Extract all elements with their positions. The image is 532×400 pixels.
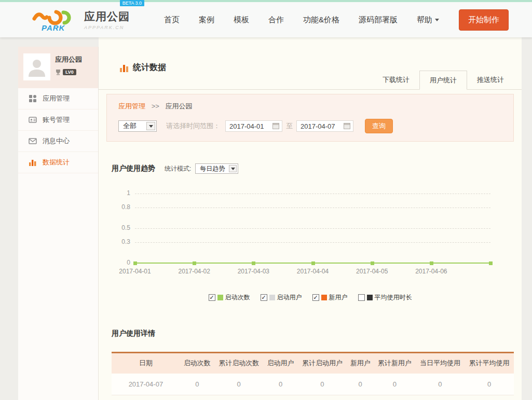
- table-cell: 0: [374, 374, 415, 395]
- table-cell: 0: [465, 374, 514, 395]
- data-point[interactable]: [133, 261, 137, 265]
- start-create-button[interactable]: 开始制作: [459, 9, 509, 31]
- checkbox-checked[interactable]: ✓: [209, 294, 215, 301]
- to-label: 至: [286, 121, 293, 131]
- nav-cases[interactable]: 案例: [199, 15, 214, 25]
- sidebar-item-label: 账号管理: [43, 115, 70, 125]
- trend-title: 用户使用趋势: [112, 164, 155, 173]
- calendar-icon[interactable]: [272, 123, 279, 129]
- x-axis-tick-label: 2017-04-01: [119, 268, 151, 275]
- sidebar: 应用公园 LV0 应用管理: [18, 47, 99, 400]
- x-axis-tick-label: 2017-04-03: [238, 268, 269, 275]
- legend-color-chip: [321, 295, 327, 300]
- detail-header: 用户使用详情: [112, 329, 514, 338]
- caret-down-icon: [435, 19, 439, 21]
- y-axis-tick-label: 0: [112, 259, 130, 266]
- query-button[interactable]: 查询: [365, 119, 393, 133]
- sidebar-item-data-statistics[interactable]: 数据统计: [18, 152, 98, 173]
- tab-push-stats[interactable]: 推送统计: [467, 71, 514, 90]
- nav-features-price[interactable]: 功能&价格: [303, 15, 339, 25]
- table-header-cell: 启动次数: [180, 353, 214, 374]
- svg-text:PARK: PARK: [42, 23, 65, 32]
- chevron-down-icon: [231, 168, 235, 170]
- logo-text: 应用公园 APPPARK.CN BETA 3.0: [84, 9, 130, 30]
- breadcrumb-app-management[interactable]: 应用管理: [118, 102, 145, 110]
- table-row: 2017-04-0700000000: [112, 374, 514, 395]
- checkbox-checked[interactable]: ✓: [312, 294, 319, 301]
- statistics-icon: [119, 63, 129, 73]
- x-axis-tick-label: 2017-04-05: [356, 268, 388, 275]
- gridline: [135, 242, 490, 243]
- detail-title: 用户使用详情: [112, 329, 155, 337]
- checkbox-checked[interactable]: ✓: [261, 294, 267, 301]
- date-to-value: 2017-04-07: [301, 122, 335, 130]
- beta-badge: BETA 3.0: [120, 0, 144, 6]
- legend-item[interactable]: 平均使用时长: [358, 293, 412, 302]
- sidebar-item-label: 消息中心: [43, 136, 70, 146]
- gridline: [135, 194, 490, 194]
- mode-select-value: 每日趋势: [196, 164, 229, 173]
- mode-label: 统计模式:: [165, 164, 191, 173]
- top-header: PARK 应用公园 APPPARK.CN BETA 3.0 首页 案例 模板 合…: [0, 0, 532, 37]
- nav-home[interactable]: 首页: [164, 15, 180, 25]
- nav-source-deploy[interactable]: 源码部署版: [359, 15, 398, 25]
- date-from-input[interactable]: 2017-04-01: [225, 120, 282, 132]
- checkbox-unchecked[interactable]: [358, 294, 365, 301]
- main-nav: 首页 案例 模板 合作 功能&价格 源码部署版 帮助: [164, 15, 439, 25]
- nav-cooperation[interactable]: 合作: [268, 15, 284, 25]
- app-select[interactable]: 全部: [118, 120, 157, 132]
- data-point[interactable]: [252, 261, 255, 265]
- logo-title: 应用公园: [84, 9, 130, 24]
- breadcrumb: 应用管理 >> 应用公园: [118, 102, 502, 111]
- tab-user-stats[interactable]: 用户统计: [419, 71, 467, 90]
- legend-color-chip: [269, 295, 275, 300]
- table-header-cell: 累计平均使用: [465, 353, 514, 374]
- table-cell: 0: [180, 374, 214, 395]
- trophy-icon: [55, 69, 61, 75]
- gridline: [135, 208, 490, 208]
- table-header-cell: 累计新用户: [374, 353, 415, 374]
- data-point[interactable]: [193, 261, 196, 265]
- trend-chart: 2017-04-012017-04-022017-04-032017-04-04…: [112, 190, 514, 280]
- bar-chart-icon: [29, 158, 37, 167]
- data-point[interactable]: [430, 261, 433, 265]
- mode-select[interactable]: 每日趋势: [195, 163, 238, 174]
- filter-row: 全部 请选择时间范围： 2017-04-01 至 2017-04-07 查询: [118, 119, 502, 133]
- y-axis-tick-label: 0.3: [112, 238, 130, 245]
- legend-label: 启动用户: [277, 293, 302, 302]
- y-axis-tick-label: 0.5: [112, 224, 130, 231]
- data-point[interactable]: [311, 261, 315, 265]
- usage-table: 日期启动次数累计启动次数启动用户累计启动用户新用户累计新用户当日平均使用累计平均…: [112, 352, 514, 395]
- usage-table-head: 日期启动次数累计启动次数启动用户累计启动用户新用户累计新用户当日平均使用累计平均…: [112, 353, 514, 374]
- avatar[interactable]: [23, 53, 50, 80]
- legend-item[interactable]: ✓新用户: [312, 293, 348, 302]
- data-point[interactable]: [371, 261, 374, 265]
- data-point[interactable]: [489, 261, 493, 265]
- app-logo[interactable]: PARK 应用公园 APPPARK.CN BETA 3.0: [32, 7, 130, 32]
- calendar-icon[interactable]: [344, 123, 350, 129]
- envelope-icon: [29, 137, 37, 145]
- page-body: 应用公园 LV0 应用管理: [0, 37, 532, 400]
- tab-download-stats[interactable]: 下载统计: [373, 71, 419, 90]
- sidebar-item-app-management[interactable]: 应用管理: [18, 88, 98, 109]
- x-axis-tick-label: 2017-04-06: [415, 268, 447, 275]
- sidebar-item-message-center[interactable]: 消息中心: [18, 131, 98, 152]
- x-axis-tick-label: 2017-04-02: [178, 268, 210, 275]
- nav-help[interactable]: 帮助: [417, 15, 439, 25]
- trend-plot: 2017-04-012017-04-022017-04-032017-04-04…: [135, 194, 490, 263]
- select-arrow-box: [229, 165, 237, 172]
- logo-subtitle: APPPARK.CN: [84, 25, 130, 30]
- table-cell: 0: [298, 374, 347, 395]
- sidebar-item-account-management[interactable]: 账号管理: [18, 109, 98, 131]
- select-arrow-box: [146, 122, 155, 130]
- legend-color-chip: [367, 295, 373, 300]
- legend-item[interactable]: ✓启动次数: [209, 293, 250, 302]
- y-axis-tick-label: 1: [112, 189, 130, 197]
- sidebar-menu: 应用管理 账号管理 消息中心: [18, 88, 98, 173]
- legend-item[interactable]: ✓启动用户: [261, 293, 302, 302]
- date-to-input[interactable]: 2017-04-07: [296, 120, 353, 132]
- y-axis-tick-label: 0.8: [112, 203, 130, 211]
- main-content: 统计数据 下载统计 用户统计 推送统计 应用管理 >> 应用公园 全部 请选择时…: [99, 37, 522, 400]
- nav-templates[interactable]: 模板: [234, 15, 249, 25]
- table-cell: 0: [347, 374, 374, 395]
